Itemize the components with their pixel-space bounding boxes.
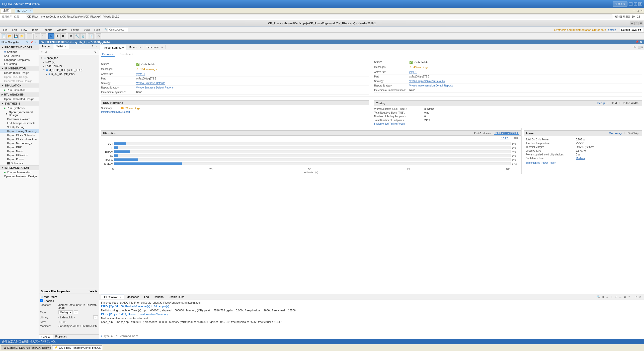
power-report-link[interactable]: Implemented Power Report [526,161,556,164]
nav-constraints-wizard[interactable]: Constraints Wizard [0,117,39,121]
nav-open-synth[interactable]: ▼ Open Synthesized Design [0,110,39,117]
vivado-maximize[interactable]: □ [634,22,638,25]
util-tab-post-synth[interactable]: Post-Synthesis [473,132,492,135]
ct-close-icon[interactable]: ✕ [641,46,643,49]
nav-section-impl-header[interactable]: ▼ IMPLEMENTATION [0,165,39,170]
netlist-tab-close[interactable]: ✕ [64,46,66,48]
impl-strategy-value[interactable]: Vivado Implementation Defaults [409,80,445,82]
src-props-icons[interactable]: ? ◀ ▶ ⚙ [89,290,97,293]
tcl-close-btn[interactable]: ✕ [638,295,642,299]
device-tab-close[interactable]: ✕ [139,46,141,48]
vm-minimize-btn[interactable]: ─ [629,2,632,6]
tcl-header-icons[interactable]: 🔍 ≡ ⬇ ⏸ ⊞ ☰ 🗑 ? ─ □ ✕ [596,295,642,299]
synth-header-controls[interactable]: 📌 ✕ [635,40,642,44]
impl-report-strategy-value[interactable]: Vivado Implementation Default Reports [409,84,453,87]
window-close[interactable]: ✕ [641,9,643,12]
fn-close-icon[interactable]: ✕ [34,40,37,44]
content-tab-icons[interactable]: ? □ ⬜ ✕ [633,46,643,49]
tab-schematic[interactable]: Schematic ✕ [144,45,166,49]
tb-impl-btn[interactable]: 🔧 [74,33,80,39]
status-details-link[interactable]: details [608,28,616,31]
tab-b-general[interactable]: General [39,335,53,339]
vm-close-btn[interactable]: ✕ [638,2,642,6]
nav-open-impl[interactable]: Open Implemented Design [0,174,39,178]
ct-float-icon[interactable]: □ [635,46,637,49]
nav-report-drc[interactable]: Report DRC [0,145,39,149]
menu-reports[interactable]: Reports [41,27,54,32]
power-confidence-value[interactable]: Medium [576,157,585,160]
sum-nav-overview[interactable]: Overview [101,52,115,57]
type-dots-btn[interactable]: ... [74,310,78,314]
util-display-table[interactable]: Table [511,136,519,139]
nav-run-impl[interactable]: ▶ Run Implementation [0,170,39,174]
synth-header-close[interactable]: ✕ [640,40,642,44]
sum-nav-dashboard[interactable]: Dashboard [119,52,134,57]
tb-report-btn[interactable]: 📊 [88,33,94,39]
src-panel-help[interactable]: ? [92,45,93,48]
ct-max-icon[interactable]: ⬜ [637,46,640,49]
tb-stop-btn[interactable]: ⏹ [60,33,66,39]
nav-add-sources[interactable]: Add Sources [0,54,39,58]
tcl-scroll-icon[interactable]: ⬇ [605,295,609,299]
nav-report-util[interactable]: Report Utilization [0,153,39,157]
timing-tab-pulse[interactable]: Pulse Width [621,101,640,105]
nav-report-timing[interactable]: Report Timing Summary [0,129,39,133]
tree-leaf-cells[interactable]: ▶ Leaf Cells (2) [39,64,99,68]
tcl-list-icon[interactable]: ☰ [618,295,622,299]
taskbar-btn-terminal[interactable]: 🖥 lCer@IC_EDA:~/ic_prjs/CK_Riscv/fp... [1,345,51,350]
nav-lang-templates[interactable]: Language Templates [0,58,39,62]
synth-header-pin[interactable]: 📌 [635,40,639,44]
nav-report-methodology[interactable]: Report Methodology [0,141,39,145]
props-nav-next[interactable]: ▶ [93,290,94,293]
fn-search-icon[interactable]: 🔍 [26,40,29,44]
nav-setup-debug[interactable]: Set Up Debug [0,125,39,129]
power-tab-onchip[interactable]: On-Chip [626,131,640,135]
vivado-close[interactable]: ✕ [639,22,643,25]
nav-section-sim-header[interactable]: ▼ SIMULATION [0,83,39,88]
tb-undo-btn[interactable]: ↩ [35,33,40,39]
tab-netlist[interactable]: Netlist ✕ [53,44,69,49]
vivado-minimize[interactable]: ─ [630,22,634,25]
nav-settings[interactable]: ⚙ Settings [0,50,39,54]
flow-nav-icons[interactable]: 🔍 📌 ✕ [26,40,37,44]
window-restore[interactable]: □ [637,9,639,12]
tb-new-btn[interactable]: 📄 [1,33,7,39]
tb-settings-btn[interactable]: ⚙ [96,33,101,39]
synth-strategy-value[interactable]: Vivado Synthesis Defaults [136,82,165,84]
synth-active-run-value[interactable]: synth_1 [136,73,145,75]
tb-save-all-btn[interactable]: 📁 [19,33,25,39]
tcl-tab-design-runs[interactable]: Design Runs [166,295,187,299]
tb-redo-btn[interactable]: ↪ [41,33,46,39]
tab-project-summary[interactable]: Project Summary [100,45,126,50]
ic-eda-tab-close[interactable]: ✕ [29,10,31,12]
tcl-console-close[interactable]: ✕ [120,296,122,298]
impl-active-run-value[interactable]: impl_1 [409,71,417,73]
tcl-tab-reports[interactable]: Reports [151,295,166,299]
nav-report-noise[interactable]: Report Noise [0,149,39,153]
tb-close-btn[interactable]: ✕ [27,33,32,39]
taskbar-btn-vivado[interactable]: ⚡ CK_Riscv - [/home/lCer/ic_prjs/CK_... [52,345,102,350]
tree-chip-top[interactable]: ▼ ◼ U_CHIP_TOP (CHIP_TOP) [39,68,99,72]
tab-sources[interactable]: Sources [39,44,53,49]
enabled-checkbox[interactable] [40,299,43,302]
tcl-filter-icon[interactable]: ≡ [602,295,605,299]
nav-create-block[interactable]: Create Block Design [0,71,39,75]
window-minimize[interactable]: ─ [633,9,635,12]
menu-layout[interactable]: Layout [69,27,81,32]
source-panel-controls[interactable]: ? □ ✕ [91,44,99,49]
nav-run-sim[interactable]: ▶ Run Simulation [0,88,39,92]
library-dots-btn[interactable]: ... [93,315,98,319]
props-nav-prev[interactable]: ◀ [90,290,92,293]
nav-section-ip-header[interactable]: ▼ IP INTEGRATOR [0,66,39,71]
nav-section-synth-header[interactable]: ▼ SYNTHESIS [0,101,39,106]
netlist-settings-icon[interactable]: ⚙ [94,50,97,53]
power-tab-summary[interactable]: Summary [608,131,623,135]
netlist-expand-all[interactable]: ≡ [40,50,43,53]
type-dropdown[interactable]: Verilog [58,310,73,314]
tcl-help[interactable]: ? [628,295,631,299]
tb-save-btn[interactable]: 💾 [13,33,19,39]
tab-device[interactable]: Device ✕ [126,45,144,49]
quick-access-input[interactable] [108,28,128,32]
menu-file[interactable]: File [1,27,10,32]
nav-open-elab[interactable]: Open Elaborated Design [0,97,39,101]
